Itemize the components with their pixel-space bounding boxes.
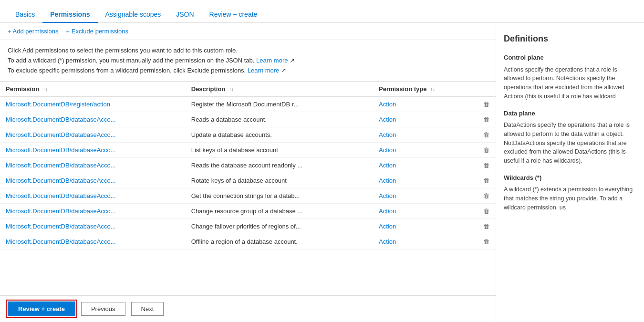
bottom-bar: Review + create Previous Next: [0, 295, 496, 322]
table-row: Microsoft.DocumentDB/databaseAcco... Rea…: [0, 158, 496, 173]
col-description[interactable]: Description ↑↓: [186, 82, 373, 97]
permissions-table: Permission ↑↓ Description ↑↓ Permission …: [0, 82, 496, 249]
cell-permission: Microsoft.DocumentDB/databaseAcco...: [0, 127, 186, 143]
table-row: Microsoft.DocumentDB/databaseAcco... Upd…: [0, 127, 496, 143]
cell-description: Get the connection strings for a datab..…: [186, 188, 373, 204]
cell-permission: Microsoft.DocumentDB/databaseAcco...: [0, 219, 186, 234]
table-row: Microsoft.DocumentDB/databaseAcco... Off…: [0, 234, 496, 249]
content-panel: + Add permissions + Exclude permissions …: [0, 23, 496, 322]
table-row: Microsoft.DocumentDB/databaseAcco... Rot…: [0, 173, 496, 188]
cell-type: Action: [373, 97, 477, 112]
definition-heading: Control plane: [504, 53, 636, 62]
tab-review-create[interactable]: Review + create: [202, 7, 265, 23]
cell-description: Register the Microsoft DocumentDB r...: [186, 97, 373, 112]
delete-row-button[interactable]: 🗑: [477, 158, 496, 173]
previous-button[interactable]: Previous: [81, 302, 125, 316]
delete-row-button[interactable]: 🗑: [477, 188, 496, 204]
delete-row-button[interactable]: 🗑: [477, 204, 496, 219]
delete-row-button[interactable]: 🗑: [477, 219, 496, 234]
tab-assignable-scopes[interactable]: Assignable scopes: [98, 7, 169, 23]
cell-type: Action: [373, 143, 477, 158]
cell-description: List keys of a database account: [186, 143, 373, 158]
permissions-toolbar: + Add permissions + Exclude permissions: [0, 23, 496, 40]
table-header-row: Permission ↑↓ Description ↑↓ Permission …: [0, 82, 496, 97]
definition-text: Actions specify the operations that a ro…: [504, 65, 636, 101]
tab-json[interactable]: JSON: [168, 7, 201, 23]
definition-heading: Wildcards (*): [504, 173, 636, 183]
cell-description: Change failover priorities of regions of…: [186, 219, 373, 234]
definition-section: Data plane DataActions specify the opera…: [504, 109, 636, 166]
delete-row-button[interactable]: 🗑: [477, 143, 496, 158]
delete-row-button[interactable]: 🗑: [477, 97, 496, 112]
cell-type: Action: [373, 219, 477, 234]
table-row: Microsoft.DocumentDB/databaseAcco... Cha…: [0, 219, 496, 234]
cell-type: Action: [373, 173, 477, 188]
cell-type: Action: [373, 234, 477, 249]
next-button[interactable]: Next: [131, 302, 164, 316]
definition-section: Control plane Actions specify the operat…: [504, 53, 636, 101]
review-create-button[interactable]: Review + create: [8, 301, 75, 316]
cell-description: Rotate keys of a database account: [186, 173, 373, 188]
cell-permission: Microsoft.DocumentDB/databaseAcco...: [0, 234, 186, 249]
table-row: Microsoft.DocumentDB/register/action Reg…: [0, 97, 496, 112]
delete-row-button[interactable]: 🗑: [477, 112, 496, 127]
definition-text: DataActions specify the operations that …: [504, 121, 636, 166]
cell-type: Action: [373, 112, 477, 127]
learn-more-link-2[interactable]: Learn more: [248, 67, 279, 74]
cell-permission: Microsoft.DocumentDB/databaseAcco...: [0, 204, 186, 219]
info-line1: Click Add permissions to select the perm…: [8, 46, 488, 56]
cell-type: Action: [373, 204, 477, 219]
cell-permission: Microsoft.DocumentDB/register/action: [0, 97, 186, 112]
cell-description: Change resource group of a database ...: [186, 204, 373, 219]
cell-permission: Microsoft.DocumentDB/databaseAcco...: [0, 173, 186, 188]
info-line2: To add a wildcard (*) permission, you mu…: [8, 56, 488, 66]
cell-description: Offline a region of a database account.: [186, 234, 373, 249]
table-row: Microsoft.DocumentDB/databaseAcco... Get…: [0, 188, 496, 204]
delete-row-button[interactable]: 🗑: [477, 173, 496, 188]
delete-row-button[interactable]: 🗑: [477, 127, 496, 143]
add-permissions-button[interactable]: + Add permissions: [8, 28, 59, 35]
cell-type: Action: [373, 188, 477, 204]
cell-description: Reads a database account.: [186, 112, 373, 127]
col-permission-type[interactable]: Permission type ↑↓: [373, 82, 477, 97]
info-line3: To exclude specific permissions from a w…: [8, 66, 488, 76]
col-permission[interactable]: Permission ↑↓: [0, 82, 186, 97]
cell-permission: Microsoft.DocumentDB/databaseAcco...: [0, 112, 186, 127]
cell-type: Action: [373, 158, 477, 173]
definitions-panel: Definitions Control plane Actions specif…: [496, 23, 644, 322]
definition-heading: Data plane: [504, 109, 636, 118]
sort-icon-permission: ↑↓: [43, 87, 48, 92]
table-row: Microsoft.DocumentDB/databaseAcco... Lis…: [0, 143, 496, 158]
cell-permission: Microsoft.DocumentDB/databaseAcco...: [0, 143, 186, 158]
table-row: Microsoft.DocumentDB/databaseAcco... Rea…: [0, 112, 496, 127]
cell-description: Reads the database account readonly ...: [186, 158, 373, 173]
cell-type: Action: [373, 127, 477, 143]
definition-text: A wildcard (*) extends a permission to e…: [504, 185, 636, 212]
cell-permission: Microsoft.DocumentDB/databaseAcco...: [0, 158, 186, 173]
table-row: Microsoft.DocumentDB/databaseAcco... Cha…: [0, 204, 496, 219]
main-area: + Add permissions + Exclude permissions …: [0, 23, 644, 322]
definitions-title: Definitions: [504, 32, 636, 45]
cell-description: Update a database accounts.: [186, 127, 373, 143]
sort-icon-type: ↑↓: [430, 87, 435, 92]
info-section: Click Add permissions to select the perm…: [0, 40, 496, 82]
tab-permissions[interactable]: Permissions: [42, 7, 97, 23]
delete-row-button[interactable]: 🗑: [477, 234, 496, 249]
cell-permission: Microsoft.DocumentDB/databaseAcco...: [0, 188, 186, 204]
sort-icon-description: ↑↓: [229, 87, 234, 92]
permissions-table-wrapper: Permission ↑↓ Description ↑↓ Permission …: [0, 82, 496, 295]
definition-section: Wildcards (*) A wildcard (*) extends a p…: [504, 173, 636, 212]
tab-basics[interactable]: Basics: [8, 7, 42, 23]
top-navigation: Basics Permissions Assignable scopes JSO…: [0, 0, 644, 23]
exclude-permissions-button[interactable]: + Exclude permissions: [66, 28, 128, 35]
learn-more-link-1[interactable]: Learn more: [256, 57, 288, 64]
col-actions: [477, 82, 496, 97]
